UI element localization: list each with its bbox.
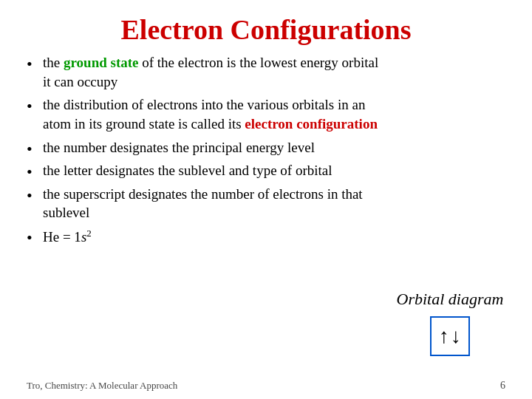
list-item: He = 1s2 <box>27 227 387 247</box>
electron-config-text: electron configuration <box>245 116 378 132</box>
bullet-text: He = 1s2 <box>43 229 92 245</box>
slide: Electron Configurations the ground state… <box>0 0 532 399</box>
list-item: the ground state of the electron is the … <box>27 53 387 91</box>
list-item: the letter designates the sublevel and t… <box>27 161 387 180</box>
bullet-text: the <box>43 55 64 70</box>
footer-left: Tro, Chemistry: A Molecular Approach <box>27 380 177 392</box>
bullet-text: the number designates the principal ener… <box>43 140 315 155</box>
list-item: the distribution of electrons into the v… <box>27 95 387 133</box>
orbital-box: ↑↓ <box>430 316 470 356</box>
bullet-list: the ground state of the electron is the … <box>27 53 387 386</box>
arrow-up-icon: ↑ <box>439 326 449 347</box>
content-area: the ground state of the electron is the … <box>27 53 505 386</box>
orbital-diagram-label: Orbital diagram <box>397 290 504 309</box>
footer-page: 6 <box>500 380 505 392</box>
superscript-2: 2 <box>86 228 92 239</box>
list-item: the superscript designates the number of… <box>27 185 387 222</box>
list-item: the number designates the principal ener… <box>27 138 387 157</box>
footer: Tro, Chemistry: A Molecular Approach 6 <box>27 380 505 392</box>
slide-title: Electron Configurations <box>27 13 505 46</box>
arrow-down-icon: ↓ <box>451 326 461 347</box>
ground-state-text: ground state <box>64 55 139 70</box>
orbital-section: Orbital diagram ↑↓ <box>387 53 505 386</box>
orbital-arrows: ↑↓ <box>439 326 461 347</box>
bullet-text: the superscript designates the number of… <box>43 186 363 221</box>
bullet-text: the letter designates the sublevel and t… <box>43 163 332 178</box>
